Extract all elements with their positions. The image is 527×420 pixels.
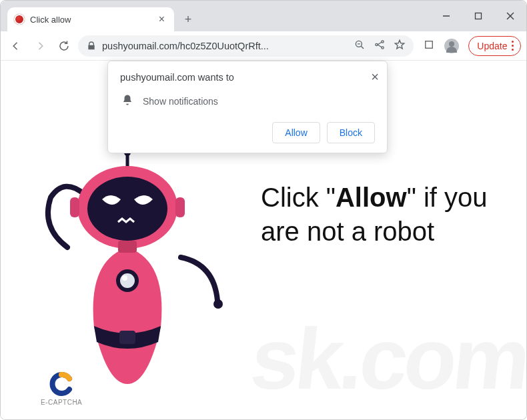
captcha-label: E-CAPTCHA bbox=[41, 399, 82, 406]
svg-point-9 bbox=[382, 46, 384, 48]
minimize-button[interactable] bbox=[430, 1, 462, 31]
e-captcha-logo: E-CAPTCHA bbox=[41, 372, 82, 406]
browser-tab[interactable]: Click allow × bbox=[7, 7, 174, 31]
permission-text: Show notifications bbox=[143, 96, 218, 107]
svg-rect-1 bbox=[476, 13, 482, 19]
msg-pre: Click " bbox=[261, 183, 336, 212]
favicon-icon bbox=[14, 14, 25, 25]
svg-marker-10 bbox=[396, 40, 405, 49]
page-viewport: sk.com × pushyoumail.com wants to Show n… bbox=[1, 61, 526, 420]
new-tab-button[interactable]: + bbox=[178, 9, 198, 29]
update-button[interactable]: Update bbox=[468, 36, 521, 56]
permission-actions: Allow Block bbox=[120, 122, 375, 143]
msg-bold: Allow bbox=[336, 183, 407, 212]
captcha-c-icon bbox=[49, 372, 73, 396]
share-icon[interactable] bbox=[374, 39, 386, 53]
svg-point-8 bbox=[382, 40, 384, 42]
svg-rect-22 bbox=[70, 197, 79, 217]
forward-button[interactable] bbox=[30, 36, 50, 56]
extensions-icon[interactable] bbox=[423, 39, 435, 53]
watermark-text: sk.com bbox=[246, 309, 527, 409]
bookmark-star-icon[interactable] bbox=[394, 39, 406, 53]
reload-button[interactable] bbox=[54, 36, 74, 56]
menu-kebab-icon bbox=[512, 41, 514, 51]
svg-point-13 bbox=[213, 299, 223, 309]
address-bar[interactable]: pushyoumail.com/hc0z5Z0UuotQrRft... bbox=[78, 35, 414, 57]
tab-title: Click allow bbox=[30, 15, 156, 25]
permission-title: pushyoumail.com wants to bbox=[120, 72, 375, 83]
svg-point-21 bbox=[87, 177, 167, 241]
permission-line: Show notifications bbox=[121, 93, 375, 109]
svg-rect-24 bbox=[118, 241, 137, 253]
close-tab-button[interactable]: × bbox=[156, 12, 167, 27]
back-button[interactable] bbox=[6, 36, 26, 56]
profile-avatar-icon[interactable] bbox=[444, 39, 459, 53]
bell-icon bbox=[121, 93, 133, 109]
svg-rect-11 bbox=[426, 41, 433, 48]
update-label: Update bbox=[477, 41, 507, 51]
svg-rect-23 bbox=[175, 197, 185, 217]
window-titlebar: Click allow × + bbox=[1, 1, 526, 31]
robot-illustration bbox=[27, 147, 241, 390]
svg-line-5 bbox=[362, 46, 364, 49]
zoom-icon[interactable] bbox=[354, 39, 366, 53]
block-button[interactable]: Block bbox=[327, 122, 375, 143]
svg-rect-14 bbox=[119, 331, 135, 344]
close-window-button[interactable] bbox=[494, 1, 526, 31]
omnibox-actions bbox=[354, 39, 406, 53]
allow-button[interactable]: Allow bbox=[272, 122, 320, 143]
svg-point-17 bbox=[122, 275, 127, 281]
page-message: Click "Allow" if you are not a robot bbox=[261, 181, 526, 249]
maximize-button[interactable] bbox=[462, 1, 494, 31]
notification-permission-dialog: × pushyoumail.com wants to Show notifica… bbox=[107, 61, 388, 153]
url-text: pushyoumail.com/hc0z5Z0UuotQrRft... bbox=[102, 41, 269, 51]
browser-toolbar: pushyoumail.com/hc0z5Z0UuotQrRft... Upda… bbox=[1, 31, 526, 61]
window-controls bbox=[430, 1, 526, 31]
svg-point-7 bbox=[376, 43, 378, 45]
toolbar-right: Update bbox=[423, 36, 521, 56]
lock-icon bbox=[86, 41, 97, 51]
svg-point-16 bbox=[120, 273, 135, 288]
close-dialog-button[interactable]: × bbox=[371, 69, 379, 85]
